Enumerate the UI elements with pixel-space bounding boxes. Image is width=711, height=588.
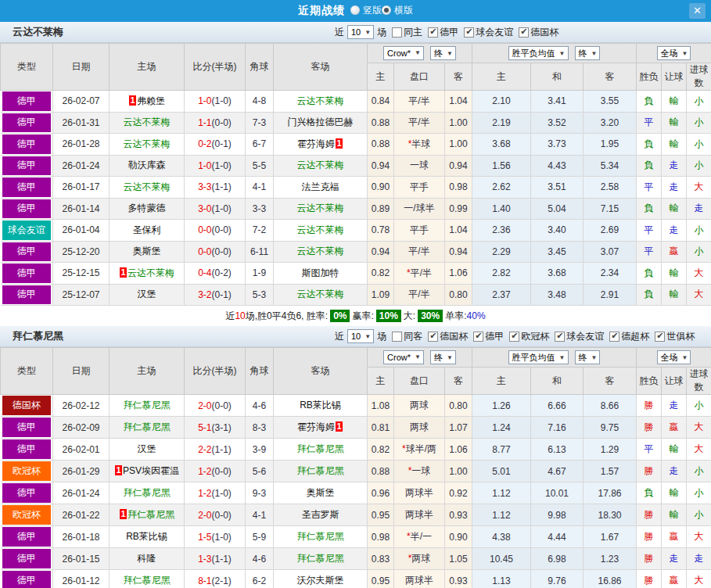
full-score: 3-3 — [198, 181, 211, 192]
layout-radio-横版[interactable]: 横版 — [382, 4, 413, 17]
odds-value: 0.99 — [449, 203, 467, 214]
sub-column-header: 和 — [531, 368, 584, 395]
filter-checkbox-球会友谊[interactable]: 球会友谊 — [458, 26, 513, 39]
sub-column-header: 胜负 — [637, 63, 662, 91]
odds-value: 1.08 — [372, 400, 390, 411]
match-date: 26-01-24 — [53, 482, 110, 504]
focal-team-cell: 1拜仁慕尼黑 — [110, 504, 185, 526]
match-type-cell: 德甲 — [1, 134, 53, 156]
odds-home: 0.89 — [368, 198, 394, 220]
half-score: (1-0) — [212, 532, 232, 543]
team-label: 云达不莱梅 — [297, 95, 344, 106]
filter-checkbox-德超杯[interactable]: 德超杯 — [604, 330, 649, 343]
match-score: 2-0(0-0) — [185, 504, 246, 526]
focal-team-cell: 拜仁慕尼黑 — [274, 461, 368, 482]
chevron-down-icon: ▼ — [415, 49, 421, 56]
match-type-cell: 德甲 — [1, 177, 53, 199]
filter-checkbox-同客[interactable]: 同客 — [386, 330, 422, 343]
team-label: 拜仁慕尼黑 — [127, 509, 174, 520]
scope-select[interactable]: 全场▼ — [657, 350, 691, 364]
odds-away: 1.06 — [445, 263, 472, 285]
odds-value: 0.81 — [372, 422, 390, 433]
checkbox-icon — [392, 27, 402, 38]
team-label: 拜仁慕尼黑 — [297, 553, 344, 564]
match-score: 1-2(0-0) — [185, 461, 246, 482]
filter-checkbox-世俱杯[interactable]: 世俱杯 — [649, 330, 695, 343]
percentage-badge: 10% — [376, 310, 401, 322]
odds-final-select[interactable]: 终▼ — [430, 46, 456, 60]
layout-radio-竖版[interactable]: 竖版 — [350, 4, 382, 17]
team-label: 多特蒙德 — [128, 203, 166, 213]
avg-type-select[interactable]: 胜平负均值▼ — [508, 350, 569, 364]
odds-home: 0.82 — [368, 439, 394, 461]
checkbox-label: 德甲 — [440, 26, 458, 39]
table-row: 德甲26-02-09拜仁慕尼黑5-1(3-1)8-3霍芬海姆10.81两球1.0… — [1, 417, 711, 439]
match-date: 26-01-17 — [53, 177, 110, 199]
filter-checkbox-欧冠杯[interactable]: 欧冠杯 — [504, 330, 549, 343]
focal-team-cell: 拜仁慕尼黑 — [110, 395, 185, 417]
odds-value: 0.80 — [449, 289, 467, 300]
avg-away: 17.86 — [584, 482, 637, 504]
focal-team-cell: 云达不莱梅 — [110, 134, 185, 156]
result-outcome: 平 — [637, 112, 662, 134]
filter-checkbox-德国杯[interactable]: 德国杯 — [513, 26, 558, 39]
avg-away: 2.34 — [584, 263, 637, 285]
red-card-icon: 1 — [120, 267, 127, 278]
odds-handicap: 两球 — [394, 395, 445, 417]
avg-final-select[interactable]: 终▼ — [575, 46, 601, 60]
result-outcome: 勝 — [637, 548, 662, 570]
odds-home: 0.88 — [368, 134, 394, 156]
section-header: 拜仁慕尼黑 近10▼场同客德国杯德甲欧冠杯球会友谊德超杯世俱杯 — [0, 326, 711, 347]
avg-home: 1.13 — [472, 570, 531, 588]
record-summary: 近10场,胜0平4负6, 胜率:0%赢率:10%大:30%单率:40% — [0, 306, 711, 326]
full-score: 1-2 — [198, 488, 211, 499]
result-outcome: 平 — [637, 241, 662, 263]
column-header: 类型 — [1, 348, 53, 395]
odds-source-select[interactable]: Crow*▼ — [383, 350, 424, 364]
odds-final-select[interactable]: 终▼ — [430, 350, 456, 364]
team-label: 云达不莱梅 — [297, 224, 344, 235]
odds-away: 0.99 — [445, 198, 472, 220]
team-label: 云达不莱梅 — [124, 181, 171, 192]
filter-checkbox-同主[interactable]: 同主 — [386, 26, 422, 39]
avg-type-select[interactable]: 胜平负均值▼ — [508, 46, 569, 60]
avg-home: 2.36 — [472, 220, 531, 242]
full-score: 0-2 — [198, 138, 211, 149]
odds-away: 1.04 — [445, 220, 472, 242]
match-score: 2-0(0-0) — [185, 395, 246, 417]
summary-text: 单率: — [445, 310, 466, 323]
match-count-select[interactable]: 10▼ — [347, 329, 374, 343]
team-label: 斯图加特 — [302, 267, 339, 278]
match-count-select[interactable]: 10▼ — [347, 25, 374, 39]
odds-away: 0.98 — [445, 177, 472, 199]
column-header: 日期 — [53, 348, 110, 395]
header-dropdown-group: 全场▼ — [637, 44, 711, 63]
filter-checkbox-德甲[interactable]: 德甲 — [468, 330, 504, 343]
team-cell: 圣保利 — [110, 220, 185, 242]
odds-home: 0.88 — [368, 112, 394, 134]
filter-checkbox-德甲[interactable]: 德甲 — [422, 26, 458, 39]
filter-checkbox-德国杯[interactable]: 德国杯 — [422, 330, 468, 343]
result-handicap: 輸 — [662, 439, 687, 461]
corner-score: 5-5 — [246, 155, 274, 177]
header-dropdown-group: Crow*▼终▼ — [368, 348, 472, 368]
odds-handicap: *球半/两 — [394, 439, 445, 461]
scope-select[interactable]: 全场▼ — [657, 46, 691, 60]
select-value: 10 — [351, 332, 361, 341]
half-score: (1-1) — [212, 181, 232, 192]
match-type-cell: 球会友谊 — [1, 220, 53, 242]
avg-final-select[interactable]: 终▼ — [575, 350, 601, 364]
close-button[interactable]: ✕ — [689, 3, 706, 19]
team-cell: RB莱比锡 — [274, 395, 368, 417]
percentage-badge: 30% — [418, 310, 443, 322]
full-score: 1-0 — [198, 160, 211, 171]
match-score: 0-0(0-0) — [185, 220, 246, 242]
odds-value: 两球 — [410, 421, 429, 432]
odds-home: 1.08 — [368, 395, 394, 417]
filter-checkbox-球会友谊[interactable]: 球会友谊 — [549, 330, 604, 343]
odds-value: 两球 — [411, 553, 430, 564]
page-title: 近期战绩 — [298, 4, 345, 18]
odds-source-select[interactable]: Crow*▼ — [383, 46, 424, 60]
odds-value: 一/球半 — [404, 203, 434, 213]
odds-home: 1.09 — [368, 284, 394, 306]
